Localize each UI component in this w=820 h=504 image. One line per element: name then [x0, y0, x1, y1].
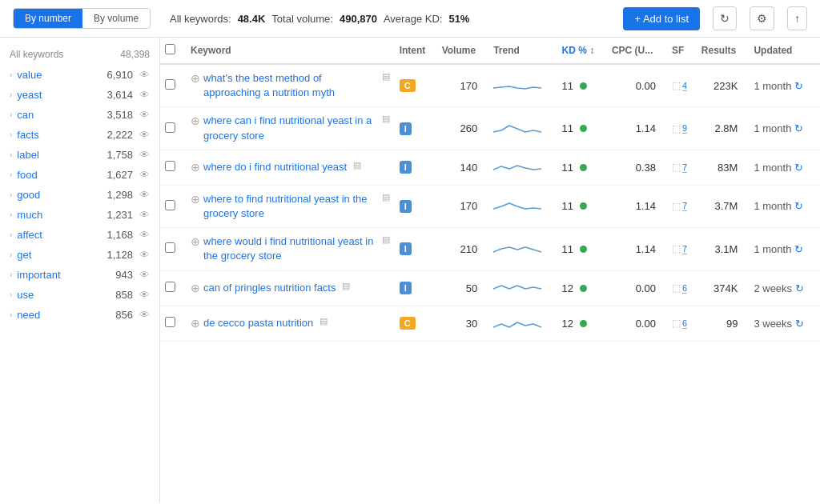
eye-icon[interactable]: 👁: [139, 209, 150, 221]
sf-value[interactable]: 7: [682, 244, 687, 254]
doc-icon: ▤: [342, 281, 350, 291]
row-checkbox[interactable]: [165, 79, 175, 90]
header-results[interactable]: Results: [697, 38, 750, 64]
table-body: ⊕ what's the best method of approaching …: [160, 64, 820, 341]
sidebar-item-count: 1,298: [107, 189, 133, 201]
sf-value[interactable]: 6: [682, 283, 687, 294]
keyword-cell[interactable]: ⊕ where to find nutritional yeast in the…: [186, 185, 395, 227]
row-checkbox[interactable]: [165, 200, 175, 210]
select-all-checkbox[interactable]: [165, 44, 175, 54]
sf-value[interactable]: 9: [682, 123, 687, 134]
eye-icon[interactable]: 👁: [139, 189, 150, 201]
eye-icon[interactable]: 👁: [139, 69, 150, 81]
trend-chart: [493, 313, 541, 332]
eye-icon[interactable]: 👁: [139, 129, 150, 141]
refresh-button[interactable]: ↻: [713, 6, 737, 30]
sidebar-item-yeast[interactable]: › yeast 3,614 👁: [0, 85, 159, 105]
row-checkbox[interactable]: [165, 317, 175, 327]
trend-cell: [488, 64, 557, 107]
keyword-cell[interactable]: ⊕ de cecco pasta nutrition ▤: [186, 306, 395, 341]
kd-cell: 11: [557, 185, 606, 227]
sidebar-item-facts[interactable]: › facts 2,222 👁: [0, 125, 159, 145]
eye-icon[interactable]: 👁: [139, 289, 150, 301]
eye-icon[interactable]: 👁: [139, 269, 150, 281]
sf-cell: ⬚ 7: [667, 150, 697, 185]
sf-cell: ⬚ 9: [667, 107, 697, 150]
kd-value: 12: [561, 282, 573, 294]
header-trend[interactable]: Trend: [488, 38, 557, 64]
table-row: ⊕ where to find nutritional yeast in the…: [160, 185, 820, 227]
volume-cell: 170: [437, 64, 489, 107]
intent-cell: I: [395, 270, 437, 306]
sidebar-item-much[interactable]: › much 1,231 👁: [0, 205, 159, 225]
sf-frame-icon: ⬚: [672, 80, 681, 91]
sidebar-item-use[interactable]: › use 858 👁: [0, 285, 159, 305]
sidebar-item-label: much: [17, 209, 103, 221]
row-checkbox[interactable]: [165, 282, 175, 292]
sf-value[interactable]: 6: [682, 318, 687, 329]
keyword-cell[interactable]: ⊕ where would i find nutritional yeast i…: [186, 228, 395, 270]
sidebar-item-get[interactable]: › get 1,128 👁: [0, 245, 159, 265]
sf-value[interactable]: 4: [682, 81, 687, 91]
table-row: ⊕ what's the best method of approaching …: [160, 64, 820, 107]
header-updated[interactable]: Updated: [749, 38, 820, 64]
header-cpc[interactable]: CPC (U...: [607, 38, 667, 64]
intent-badge: C: [400, 79, 416, 92]
header-kd[interactable]: KD % ↕: [557, 38, 606, 64]
kd-cell: 12: [557, 306, 606, 341]
row-refresh-icon[interactable]: ↻: [795, 318, 804, 330]
trend-cell: [488, 150, 557, 185]
eye-icon[interactable]: 👁: [139, 109, 150, 121]
results-cell: 3.7M: [697, 185, 750, 227]
keyword-cell[interactable]: ⊕ what's the best method of approaching …: [186, 64, 395, 107]
sidebar-item-can[interactable]: › can 3,518 👁: [0, 105, 159, 125]
sidebar-item-label: use: [17, 289, 112, 301]
header-sf[interactable]: SF: [667, 38, 697, 64]
export-button[interactable]: ↑: [787, 6, 807, 30]
settings-button[interactable]: ⚙: [750, 6, 774, 30]
sf-value[interactable]: 7: [682, 162, 687, 173]
row-checkbox[interactable]: [165, 242, 175, 253]
header-volume[interactable]: Volume: [437, 38, 489, 64]
table-row: ⊕ where would i find nutritional yeast i…: [160, 228, 820, 270]
row-refresh-icon[interactable]: ↻: [794, 200, 803, 212]
eye-icon[interactable]: 👁: [139, 89, 150, 101]
add-to-list-button[interactable]: + Add to list: [623, 7, 700, 30]
row-refresh-icon[interactable]: ↻: [794, 243, 803, 255]
sidebar-item-need[interactable]: › need 856 👁: [0, 305, 159, 325]
sidebar-item-label[interactable]: › label 1,758 👁: [0, 145, 159, 165]
eye-icon[interactable]: 👁: [139, 149, 150, 161]
sidebar-item-value[interactable]: › value 6,910 👁: [0, 65, 159, 85]
sidebar-item-affect[interactable]: › affect 1,168 👁: [0, 225, 159, 245]
sidebar-item-important[interactable]: › important 943 👁: [0, 265, 159, 285]
row-checkbox[interactable]: [165, 122, 175, 133]
doc-icon: ▤: [382, 71, 390, 82]
row-refresh-icon[interactable]: ↻: [794, 162, 803, 174]
keyword-cell[interactable]: ⊕ where do i find nutritional yeast ▤: [186, 150, 395, 185]
row-refresh-icon[interactable]: ↻: [795, 282, 804, 294]
eye-icon[interactable]: 👁: [139, 169, 150, 181]
sidebar-item-food[interactable]: › food 1,627 👁: [0, 165, 159, 185]
sidebar-item-label: yeast: [17, 89, 103, 101]
row-checkbox[interactable]: [165, 161, 175, 171]
row-refresh-icon[interactable]: ↻: [794, 80, 803, 92]
sidebar-items-container: › value 6,910 👁 › yeast 3,614 👁 › can 3,…: [0, 65, 159, 325]
eye-icon[interactable]: 👁: [139, 249, 150, 261]
eye-icon[interactable]: 👁: [139, 229, 150, 241]
eye-icon[interactable]: 👁: [139, 309, 150, 321]
keyword-cell[interactable]: ⊕ where can i find nutritional yeast in …: [186, 107, 395, 150]
sidebar-item-count: 1,168: [107, 229, 133, 241]
keyword-cell[interactable]: ⊕ can of pringles nutrition facts ▤: [186, 270, 395, 306]
header-keyword[interactable]: Keyword: [186, 38, 395, 64]
kd-value: 11: [561, 162, 573, 174]
chevron-icon: ›: [10, 190, 12, 199]
sf-value[interactable]: 7: [682, 201, 687, 211]
header-intent[interactable]: Intent: [395, 38, 437, 64]
sidebar-item-count: 3,518: [107, 109, 133, 121]
by-volume-toggle[interactable]: By volume: [82, 9, 150, 28]
by-number-toggle[interactable]: By number: [14, 9, 82, 28]
keyword-text: where to find nutritional yeast in the g…: [203, 192, 376, 221]
cpc-cell: 0.00: [607, 306, 667, 341]
row-refresh-icon[interactable]: ↻: [794, 122, 803, 134]
sidebar-item-good[interactable]: › good 1,298 👁: [0, 185, 159, 205]
